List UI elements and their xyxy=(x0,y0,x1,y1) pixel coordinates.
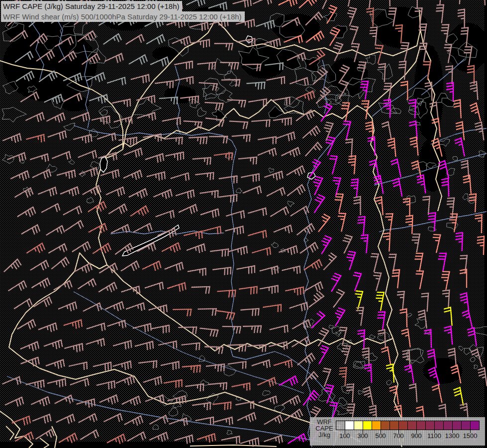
black-patch xyxy=(60,96,90,112)
cape-legend: WRF CAPE J/kg 10030050070090011001300150… xyxy=(310,417,485,446)
legend-tick-label: 1100 xyxy=(427,432,441,440)
legend-tick-label: 1300 xyxy=(445,432,460,440)
legend-cell xyxy=(443,421,453,430)
legend-cell xyxy=(434,421,444,430)
legend-cell xyxy=(407,421,417,430)
legend-tick-label: 500 xyxy=(375,432,386,440)
legend-cell xyxy=(425,421,435,430)
legend-cell xyxy=(398,421,408,430)
legend-cell xyxy=(345,421,354,430)
legend-tick-label: 1500 xyxy=(463,432,478,440)
legend-cell xyxy=(381,421,390,430)
legend-cell xyxy=(336,421,345,430)
map-title-windshear: WRF Wind shear (m/s) 500/1000hPa Saturda… xyxy=(1,11,245,22)
weather-map: WRF CAPE (J/kg) Saturday 29-11-2025 12:0… xyxy=(0,0,487,448)
legend-colorbar xyxy=(336,421,480,430)
legend-tick-label: 900 xyxy=(411,432,422,440)
legend-cell xyxy=(416,421,426,430)
legend-tick-label: 700 xyxy=(393,432,404,440)
legend-tick-label: 300 xyxy=(357,432,368,440)
legend-title-unit: J/kg xyxy=(314,432,335,438)
black-patch xyxy=(164,86,196,104)
black-patch xyxy=(423,358,463,384)
legend-cell xyxy=(470,421,480,430)
legend-cell xyxy=(363,421,372,430)
legend-tick-label: 100 xyxy=(339,432,350,440)
legend-cell xyxy=(461,421,471,430)
legend-cell xyxy=(372,421,381,430)
legend-cell xyxy=(354,421,363,430)
legend-title: WRF CAPE J/kg xyxy=(314,419,335,438)
map-canvas xyxy=(0,0,487,448)
legend-cell xyxy=(452,421,462,430)
map-title-cape: WRF CAPE (J/kg) Saturday 29-11-2025 12:0… xyxy=(1,1,182,11)
legend-cell xyxy=(390,421,399,430)
